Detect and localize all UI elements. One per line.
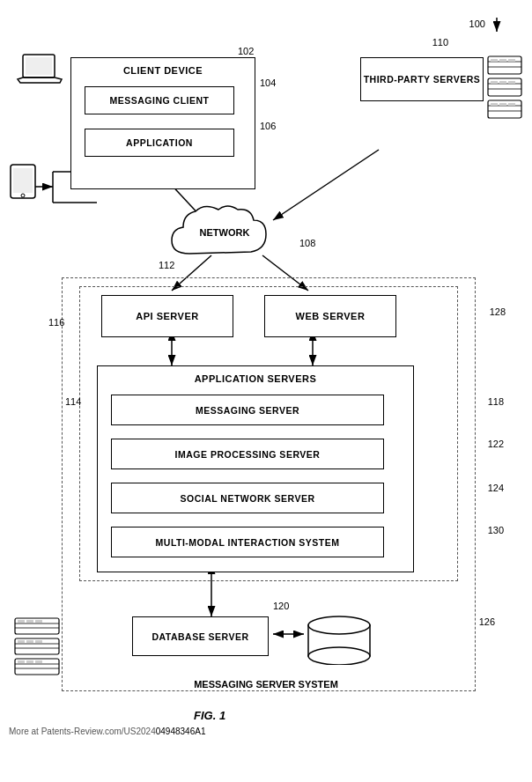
svg-rect-45 — [18, 620, 25, 623]
svg-line-3 — [273, 150, 379, 220]
ref-108: 108 — [299, 238, 315, 248]
footer-text: More at Patents-Review.com/US20240494834… — [9, 727, 205, 736]
svg-rect-59 — [35, 660, 42, 663]
ref-126: 126 — [479, 616, 495, 627]
social-network-server-box: SOCIAL NETWORK SERVER — [111, 483, 384, 513]
ref-120: 120 — [273, 601, 289, 611]
svg-rect-52 — [26, 640, 33, 643]
svg-rect-31 — [508, 81, 515, 84]
ref-118: 118 — [488, 396, 504, 407]
svg-rect-53 — [35, 640, 42, 643]
messaging-client-box: MESSAGING CLIENT — [85, 86, 234, 114]
svg-rect-23 — [491, 59, 498, 62]
svg-rect-57 — [18, 660, 25, 663]
messaging-server-system-label: MESSAGING SERVER SYSTEM — [0, 679, 532, 690]
svg-rect-30 — [499, 81, 506, 84]
image-processing-server-box: IMAGE PROCESSING SERVER — [111, 439, 384, 469]
svg-point-40 — [308, 616, 370, 634]
svg-rect-25 — [508, 59, 515, 62]
svg-rect-47 — [35, 620, 42, 623]
ref-100: 100 — [469, 16, 506, 33]
database-cylinder — [304, 612, 374, 667]
svg-rect-24 — [499, 59, 506, 62]
ref-128: 128 — [490, 306, 506, 317]
messaging-server-icon — [13, 616, 62, 687]
fig-label: FIG. 1 — [194, 709, 225, 722]
multi-modal-interaction-system-box: MULTI-MODAL INTERACTION SYSTEM — [111, 527, 384, 557]
ref-130: 130 — [488, 525, 504, 535]
svg-rect-36 — [499, 103, 506, 106]
ref-106: 106 — [260, 121, 276, 131]
application-servers-box: APPLICATION SERVERS MESSAGING SERVER IMA… — [97, 365, 414, 572]
diagram-container: 100 102 CLIENT DEVICE MESSAGING CLIENT A… — [0, 0, 532, 782]
svg-rect-46 — [26, 620, 33, 623]
svg-rect-16 — [26, 57, 52, 75]
client-device-box: CLIENT DEVICE MESSAGING CLIENT APPLICATI… — [70, 57, 255, 189]
ref-112: 112 — [159, 260, 174, 270]
svg-rect-18 — [13, 168, 33, 193]
api-server-box: API SERVER — [101, 295, 233, 337]
svg-point-41 — [308, 647, 370, 665]
network-cloud: NETWORK — [167, 201, 282, 269]
svg-point-19 — [21, 194, 25, 197]
ref-110: 110 — [432, 37, 448, 48]
tablet-icon — [9, 163, 37, 202]
svg-rect-35 — [491, 103, 498, 106]
ref-102: 102 — [238, 46, 254, 56]
ref-114: 114 — [65, 396, 81, 407]
svg-text:NETWORK: NETWORK — [200, 227, 250, 238]
svg-rect-58 — [26, 660, 33, 663]
svg-rect-29 — [491, 81, 498, 84]
svg-rect-51 — [18, 640, 25, 643]
svg-rect-37 — [508, 103, 515, 106]
ref-116: 116 — [48, 317, 64, 328]
messaging-server-box: MESSAGING SERVER — [111, 395, 384, 425]
ref-122: 122 — [488, 439, 504, 449]
ref-104: 104 — [260, 77, 276, 88]
third-party-servers-box: THIRD-PARTY SERVERS — [360, 57, 484, 101]
ref-124: 124 — [488, 483, 504, 493]
web-server-box: WEB SERVER — [264, 295, 396, 337]
application-box: APPLICATION — [85, 129, 234, 157]
database-server-box: DATABASE SERVER — [132, 616, 269, 656]
client-device-label: CLIENT DEVICE — [71, 65, 255, 76]
application-servers-label: APPLICATION SERVERS — [98, 373, 413, 384]
third-party-server-icon — [486, 55, 523, 125]
laptop-icon — [16, 53, 64, 94]
